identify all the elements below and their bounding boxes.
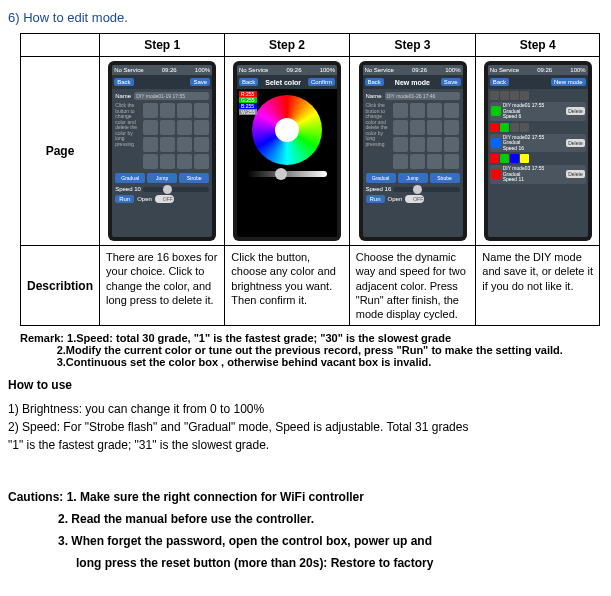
back-button[interactable]: Back <box>114 78 133 86</box>
desc-step1: There are 16 boxes for your choice. Clic… <box>100 246 225 326</box>
rgbw-labels: R:255G:255B:255W:255 <box>239 91 257 115</box>
run-button[interactable]: Run <box>115 195 134 203</box>
speed-slider[interactable] <box>393 187 459 192</box>
back-button[interactable]: Back <box>365 78 384 86</box>
remark-line1: 1.Speed: total 30 grade, "1" is the fast… <box>67 332 451 344</box>
status-left: No Service <box>365 67 394 73</box>
gradual-button[interactable]: Gradual <box>115 173 145 183</box>
newmode-button[interactable]: New mode <box>551 78 586 86</box>
th-step2: Step 2 <box>225 34 349 57</box>
run-button[interactable]: Run <box>366 195 385 203</box>
jump-button[interactable]: Jump <box>398 173 428 183</box>
back-button[interactable]: Back <box>239 78 258 86</box>
cell-step4-phone: No Service09:26100% BackNew mode DIY mod… <box>476 57 600 246</box>
cautions-label: Cautions: <box>8 490 63 504</box>
name-label: Name <box>366 93 382 99</box>
mode-list-item[interactable]: DIY mode01 17:55GradualSpeed 6Delete <box>490 102 586 121</box>
cautions-block: Cautions: 1. Make sure the right connect… <box>8 490 603 570</box>
steps-table: Step 1 Step 2 Step 3 Step 4 Page No Serv… <box>20 33 600 326</box>
screen-title: Selet color <box>265 79 301 86</box>
phone-step1: No Service09:26100% BackSave NameDIY mod… <box>108 61 216 241</box>
save-button[interactable]: Save <box>190 78 210 86</box>
strobe-button[interactable]: Strobe <box>430 173 460 183</box>
gradual-button[interactable]: Gradual <box>366 173 396 183</box>
save-button[interactable]: Save <box>441 78 461 86</box>
section-title: 6) How to edit mode. <box>8 10 603 25</box>
delete-button[interactable]: Delete <box>566 107 584 115</box>
name-input[interactable]: DIY mode01-19 17:55 <box>134 92 209 100</box>
mode-speed: Speed 6 <box>503 114 567 120</box>
caution-2: 2. Read the manual before use the contro… <box>58 512 603 526</box>
cell-step1-phone: No Service09:26100% BackSave NameDIY mod… <box>100 57 225 246</box>
remark-label: Remark: <box>20 332 64 344</box>
status-time: 09:26 <box>162 67 177 73</box>
th-step3: Step 3 <box>349 34 476 57</box>
caution-3b: long press the reset button (more than 2… <box>76 556 603 570</box>
strobe-button[interactable]: Strobe <box>179 173 209 183</box>
hint-text: Click the button to change color and del… <box>115 103 137 147</box>
status-left: No Service <box>114 67 143 73</box>
status-left: No Service <box>239 67 268 73</box>
screen-title: New mode <box>395 79 430 86</box>
th-blank <box>21 34 100 57</box>
status-time: 09:26 <box>287 67 302 73</box>
remark-line2: 2.Modify the current color or tune out t… <box>57 344 563 356</box>
caution-1: 1. Make sure the right connection for Wi… <box>67 490 364 504</box>
caution-3: 3. When forget the password, open the co… <box>58 534 603 548</box>
open-toggle[interactable]: OFF <box>155 195 174 203</box>
howto-line2: 2) Speed: For "Strobe flash" and "Gradua… <box>8 418 603 436</box>
status-batt: 100% <box>320 67 335 73</box>
cell-step3-phone: No Service09:26100% BackNew modeSave Nam… <box>349 57 476 246</box>
open-toggle[interactable]: OFF <box>405 195 424 203</box>
phone-step2: No Service09:26100% BackSelet colorConfi… <box>233 61 341 241</box>
color-grid[interactable] <box>143 103 209 169</box>
th-step4: Step 4 <box>476 34 600 57</box>
speed-label: Speed 16 <box>366 186 392 192</box>
mode-list-item[interactable]: DIY mode03 17:55GradualSpeed 11Delete <box>490 165 586 184</box>
delete-button[interactable]: Delete <box>566 170 584 178</box>
status-left: No Service <box>490 67 519 73</box>
cell-step2-phone: No Service09:26100% BackSelet colorConfi… <box>225 57 349 246</box>
hint-text: Click the button to change color and del… <box>366 103 388 147</box>
row-desc-label: Describtion <box>21 246 100 326</box>
open-label: Open <box>137 196 152 202</box>
status-batt: 100% <box>445 67 460 73</box>
status-time: 09:26 <box>537 67 552 73</box>
desc-step2: Click the button, choose any color and b… <box>225 246 349 326</box>
howto-line1: 1) Brightness: you can change it from 0 … <box>8 400 603 418</box>
howto-title: How to use <box>8 378 72 392</box>
mode-list-item[interactable]: DIY mode02 17:55GradualSpeed 16Delete <box>490 134 586 153</box>
brightness-slider[interactable] <box>247 171 327 177</box>
status-batt: 100% <box>195 67 210 73</box>
color-grid[interactable] <box>393 103 459 169</box>
mode-speed: Speed 16 <box>503 146 567 152</box>
color-wheel[interactable] <box>252 95 322 165</box>
name-label: Name <box>115 93 131 99</box>
mode-speed: Speed 11 <box>503 177 567 183</box>
back-button[interactable]: Back <box>490 78 509 86</box>
desc-step4: Name the DIY mode and save it, or delete… <box>476 246 600 326</box>
jump-button[interactable]: Jump <box>147 173 177 183</box>
phone-step3: No Service09:26100% BackNew modeSave Nam… <box>359 61 467 241</box>
phone-step4: No Service09:26100% BackNew mode DIY mod… <box>484 61 592 241</box>
status-batt: 100% <box>570 67 585 73</box>
name-input[interactable]: DIY mode01-26 17:46 <box>385 92 460 100</box>
confirm-button[interactable]: Confirm <box>308 78 335 86</box>
remark-block: Remark: 1.Speed: total 30 grade, "1" is … <box>20 332 595 368</box>
th-step1: Step 1 <box>100 34 225 57</box>
desc-step3: Choose the dynamic way and speed for two… <box>349 246 476 326</box>
speed-label: Speed 10 <box>115 186 141 192</box>
speed-slider[interactable] <box>143 187 209 192</box>
howto-line3: "1" is the fastest grade; "31" is the sl… <box>8 436 603 454</box>
delete-button[interactable]: Delete <box>566 139 584 147</box>
status-time: 09:26 <box>412 67 427 73</box>
open-label: Open <box>388 196 403 202</box>
row-page-label: Page <box>21 57 100 246</box>
remark-line3: 3.Continuous set the color box , otherwi… <box>57 356 432 368</box>
